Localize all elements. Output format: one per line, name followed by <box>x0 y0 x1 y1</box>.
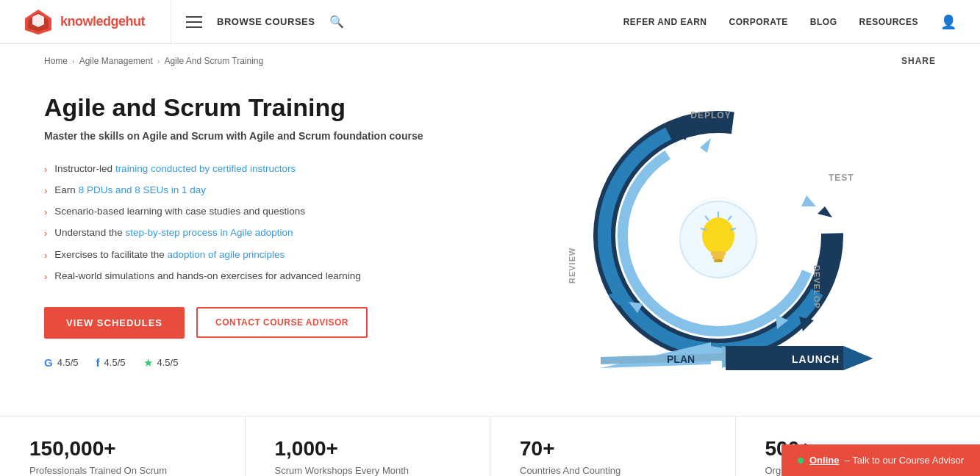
corporate-link[interactable]: CORPORATE <box>729 17 788 27</box>
svg-point-18 <box>702 217 734 254</box>
arrow-icon: › <box>44 249 47 262</box>
nav-right: REFER AND EARN CORPORATE BLOG RESOURCES … <box>623 14 956 30</box>
logo-text: knowledgehut <box>60 14 145 29</box>
stat-number-countries: 70+ <box>520 437 706 461</box>
agile-diagram: DEPLOY TEST DEVELOP DESIGN REVIEW PLAN P… <box>564 93 873 386</box>
svg-text:LAUNCH: LAUNCH <box>792 353 840 365</box>
arrow-icon: › <box>44 184 47 198</box>
stat-label-workshops: Scrum Workshops Every Month <box>275 465 461 476</box>
main-content: Agile and Scrum Training Master the skil… <box>0 78 980 416</box>
feature-text: Exercises to facilitate the adoption of … <box>54 248 285 262</box>
breadcrumb-home[interactable]: Home <box>44 56 68 66</box>
breadcrumb-sep2: › <box>157 57 160 65</box>
svg-rect-19 <box>711 251 726 256</box>
stat-label-professionals: Professionals Trained On Scrum <box>29 465 215 476</box>
arrow-icon: › <box>44 270 47 284</box>
facebook-rating: f 4.5/5 <box>96 356 126 369</box>
list-item: › Real-world simulations and hands-on ex… <box>44 270 471 284</box>
svg-text:REVIEW: REVIEW <box>568 248 576 284</box>
header-divider <box>171 0 171 44</box>
right-content: DEPLOY TEST DEVELOP DESIGN REVIEW PLAN P… <box>500 93 936 386</box>
star-rating: ★ 4.5/5 <box>143 356 179 369</box>
online-label: Online <box>809 455 839 466</box>
stat-label-countries: Countries And Counting <box>520 465 706 476</box>
svg-text:TEST: TEST <box>829 173 854 183</box>
feature-text: Earn 8 PDUs and 8 SEUs in 1 day <box>54 184 206 198</box>
svg-text:DEPLOY: DEPLOY <box>690 110 731 120</box>
arrow-icon: › <box>44 206 47 219</box>
arrow-icon: › <box>44 163 47 176</box>
facebook-rating-value: 4.5/5 <box>104 357 126 368</box>
chat-text: Online – Talk to our Course Advisor <box>809 455 964 466</box>
chat-description: Talk to our Course Advisor <box>852 455 964 466</box>
google-rating-value: 4.5/5 <box>57 357 79 368</box>
course-subtitle: Master the skills on Agile and Scrum wit… <box>44 130 471 142</box>
contact-advisor-button[interactable]: CONTACT COURSE ADVISOR <box>196 307 368 338</box>
stat-number-workshops: 1,000+ <box>275 437 461 461</box>
list-item: › Scenario-based learning with case stud… <box>44 205 471 219</box>
list-item: › Earn 8 PDUs and 8 SEUs in 1 day <box>44 184 471 198</box>
refer-earn-link[interactable]: REFER AND EARN <box>623 17 707 27</box>
share-button[interactable]: SHARE <box>901 56 936 66</box>
svg-rect-21 <box>714 259 723 262</box>
header: knowledgehut BROWSE COURSES 🔍 REFER AND … <box>0 0 980 44</box>
list-item: › Understand the step-by-step process in… <box>44 226 471 240</box>
list-item: › Instructor-led training conducted by c… <box>44 162 471 176</box>
stat-item-professionals: 150,000+ Professionals Trained On Scrum <box>0 416 246 476</box>
search-icon[interactable]: 🔍 <box>329 15 344 29</box>
feature-text: Understand the step-by-step process in A… <box>54 226 293 240</box>
features-list: › Instructor-led training conducted by c… <box>44 162 471 284</box>
buttons-row: VIEW SCHEDULES CONTACT COURSE ADVISOR <box>44 307 471 339</box>
feature-text: Real-world simulations and hands-on exer… <box>54 270 360 284</box>
arrow-icon: › <box>44 227 47 240</box>
feature-text: Instructor-led training conducted by cer… <box>54 162 296 176</box>
google-rating: G 4.5/5 <box>44 356 79 369</box>
feature-text: Scenario-based learning with case studie… <box>54 205 305 219</box>
left-content: Agile and Scrum Training Master the skil… <box>44 93 471 369</box>
google-icon: G <box>44 356 53 369</box>
logo-icon <box>24 8 53 36</box>
breadcrumb-current: Agile And Scrum Training <box>164 56 263 66</box>
ratings-row: G 4.5/5 f 4.5/5 ★ 4.5/5 <box>44 356 471 369</box>
star-icon: ★ <box>143 356 153 369</box>
svg-text:DEVELOP: DEVELOP <box>812 265 821 309</box>
chat-widget[interactable]: Online – Talk to our Course Advisor <box>782 444 980 476</box>
star-rating-value: 4.5/5 <box>157 357 179 368</box>
logo-area: knowledgehut <box>24 8 156 36</box>
breadcrumb-sep1: › <box>72 57 75 65</box>
view-schedules-button[interactable]: VIEW SCHEDULES <box>44 307 185 339</box>
svg-rect-20 <box>712 256 724 259</box>
user-icon[interactable]: 👤 <box>940 14 956 30</box>
course-title: Agile and Scrum Training <box>44 93 471 123</box>
browse-courses-link[interactable]: BROWSE COURSES <box>217 16 315 27</box>
stat-item-countries: 70+ Countries And Counting <box>490 416 736 476</box>
breadcrumb-agile-management[interactable]: Agile Management <box>79 56 153 66</box>
stat-item-workshops: 1,000+ Scrum Workshops Every Month <box>246 416 491 476</box>
list-item: › Exercises to facilitate the adoption o… <box>44 248 471 262</box>
svg-text:PLAN: PLAN <box>667 353 695 365</box>
nav-left: BROWSE COURSES 🔍 <box>186 15 344 29</box>
resources-link[interactable]: RESOURCES <box>859 17 918 27</box>
breadcrumb: Home › Agile Management › Agile And Scru… <box>0 44 980 78</box>
hamburger-icon[interactable] <box>186 16 202 28</box>
stat-number-professionals: 150,000+ <box>29 437 215 461</box>
facebook-icon: f <box>96 356 100 369</box>
blog-link[interactable]: BLOG <box>810 17 837 27</box>
svg-marker-16 <box>843 346 873 370</box>
online-indicator <box>798 458 804 464</box>
